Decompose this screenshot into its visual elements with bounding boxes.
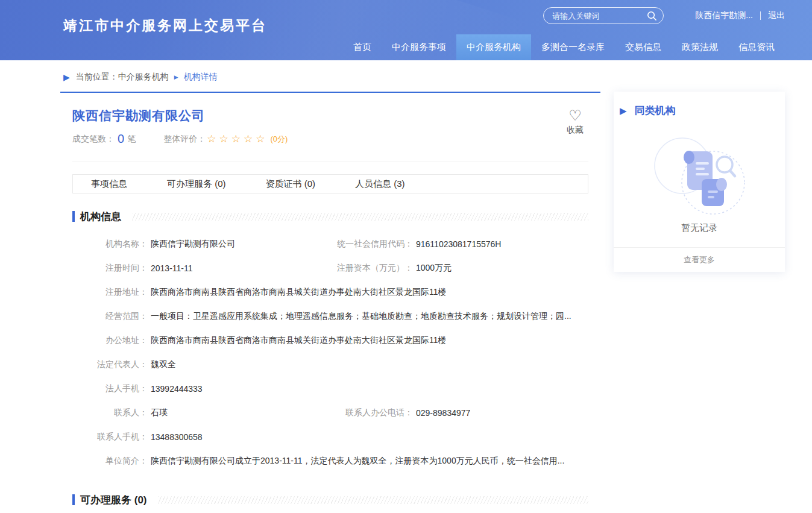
breadcrumb-arrow-icon: ▶ bbox=[63, 72, 70, 82]
field-label: 经营范围： bbox=[72, 311, 148, 322]
info-row: 注册地址： 陕西商洛市商南县陕西省商洛市商南县城关街道办事处南大街社区景龙国际1… bbox=[72, 280, 588, 304]
section-hatch-decoration bbox=[132, 213, 588, 221]
field-value: 一般项目：卫星遥感应用系统集成；地理遥感信息服务；基础地质勘查；地质勘查技术服务… bbox=[151, 311, 571, 322]
section-header-org-info: 机构信息 bbox=[72, 210, 588, 222]
breadcrumb: ▶ 当前位置： 中介服务机构 ▶ 机构详情 bbox=[63, 69, 812, 86]
field-value: 魏双全 bbox=[151, 359, 176, 370]
sidebar-title: 同类机构 bbox=[635, 104, 676, 118]
rating-block: 整体评价： ☆☆☆☆☆ (0分) bbox=[163, 133, 288, 145]
nav-item-service-items[interactable]: 中介服务事项 bbox=[382, 34, 456, 60]
nav-item-service-orgs[interactable]: 中介服务机构 bbox=[456, 34, 531, 60]
arrow-right-icon: ▶ bbox=[620, 105, 627, 116]
nav-item-news[interactable]: 信息资讯 bbox=[728, 34, 785, 60]
search-icon[interactable] bbox=[647, 11, 657, 21]
deals-count: 0 bbox=[118, 132, 124, 146]
field-reg-capital: 注册资本（万元）： 1000万元 bbox=[326, 263, 452, 274]
empty-state-text: 暂无记录 bbox=[614, 222, 785, 247]
field-label: 办公地址： bbox=[72, 335, 148, 346]
org-name-title: 陕西信宇勘测有限公司 bbox=[72, 107, 588, 124]
org-detail-card: 陕西信宇勘测有限公司 成交笔数： 0 笔 整体评价： ☆☆☆☆☆ (0分) ♡ … bbox=[60, 92, 600, 513]
similar-orgs-card: ▶ 同类机构 暂无记录 查看更多 bbox=[614, 92, 785, 272]
field-label: 机构名称： bbox=[72, 239, 148, 250]
field-contact-tel: 联系人办公电话： 029-89834977 bbox=[326, 408, 470, 418]
field-profile: 单位简介： 陕西信宇勘测有限公司成立于2013-11-11，法定代表人为魏双全，… bbox=[72, 456, 564, 467]
section-title: 机构信息 bbox=[80, 210, 121, 224]
sidebar-header: ▶ 同类机构 bbox=[614, 104, 785, 118]
field-value: 石瑛 bbox=[151, 408, 168, 418]
section-accent-bar bbox=[72, 211, 75, 222]
section-title: 可办理服务 (0) bbox=[80, 493, 147, 507]
rating-stars: ☆☆☆☆☆ bbox=[207, 133, 268, 145]
tab-services[interactable]: 可办理服务 (0) bbox=[167, 178, 226, 190]
field-value: 陕西信宇勘测有限公司成立于2013-11-11，法定代表人为魏双全，注册资本为1… bbox=[151, 456, 564, 467]
field-label: 注册地址： bbox=[72, 287, 148, 298]
user-divider bbox=[760, 11, 761, 20]
field-credit-code: 统一社会信用代码： 91611023081715576H bbox=[326, 239, 501, 250]
field-label: 单位简介： bbox=[72, 456, 148, 467]
info-row: 单位简介： 陕西信宇勘测有限公司成立于2013-11-11，法定代表人为魏双全，… bbox=[72, 449, 588, 473]
field-label: 注册资本（万元）： bbox=[326, 263, 413, 274]
field-reg-date: 注册时间： 2013-11-11 bbox=[72, 263, 326, 274]
tab-certificates[interactable]: 资质证书 (0) bbox=[266, 178, 316, 190]
org-info-list: 机构名称： 陕西信宇勘测有限公司 统一社会信用代码： 9161102308171… bbox=[72, 232, 588, 473]
field-contact: 联系人： 石瑛 bbox=[72, 408, 326, 418]
field-label: 统一社会信用代码： bbox=[326, 239, 413, 250]
logout-link[interactable]: 退出 bbox=[768, 10, 785, 21]
field-value: 2013-11-11 bbox=[151, 263, 193, 273]
search-box[interactable] bbox=[543, 7, 664, 24]
main-content: 陕西信宇勘测有限公司 成交笔数： 0 笔 整体评价： ☆☆☆☆☆ (0分) ♡ … bbox=[60, 92, 785, 513]
deals-label: 成交笔数： bbox=[72, 134, 115, 145]
star-icon: ☆ bbox=[256, 133, 268, 145]
field-org-name: 机构名称： 陕西信宇勘测有限公司 bbox=[72, 239, 326, 250]
info-row: 联系人： 石瑛 联系人办公电话： 029-89834977 bbox=[72, 401, 588, 425]
field-label: 联系人办公电话： bbox=[326, 408, 413, 418]
field-label: 联系人： bbox=[72, 408, 148, 418]
section-header-services: 可办理服务 (0) bbox=[72, 494, 588, 506]
tab-personnel[interactable]: 人员信息 (3) bbox=[355, 178, 405, 190]
field-value: 陕西商洛市商南县陕西省商洛市商南县城关街道办事处南大街社区景龙国际11楼 bbox=[151, 335, 447, 346]
user-name[interactable]: 陕西信宇勘测... bbox=[695, 10, 753, 21]
field-label: 法人手机： bbox=[72, 383, 148, 394]
field-reg-address: 注册地址： 陕西商洛市商南县陕西省商洛市商南县城关街道办事处南大街社区景龙国际1… bbox=[72, 287, 447, 298]
org-stats-row: 成交笔数： 0 笔 整体评价： ☆☆☆☆☆ (0分) bbox=[72, 132, 588, 146]
rating-label: 整体评价： bbox=[163, 134, 206, 145]
tab-item-info[interactable]: 事项信息 bbox=[91, 178, 127, 190]
nav-item-transactions[interactable]: 交易信息 bbox=[615, 34, 672, 60]
info-row: 法人手机： 13992444333 bbox=[72, 377, 588, 401]
nav-item-survey-catalog[interactable]: 多测合一名录库 bbox=[531, 34, 615, 60]
star-icon: ☆ bbox=[219, 133, 231, 145]
deals-unit: 笔 bbox=[127, 134, 136, 145]
breadcrumb-prefix: 当前位置： bbox=[76, 72, 118, 83]
header-right: 陕西信宇勘测... 退出 bbox=[543, 7, 785, 24]
heart-icon[interactable]: ♡ bbox=[567, 109, 584, 123]
favorite-label[interactable]: 收藏 bbox=[567, 125, 584, 136]
divider bbox=[72, 162, 588, 162]
nav-item-policies[interactable]: 政策法规 bbox=[672, 34, 728, 60]
user-box: 陕西信宇勘测... 退出 bbox=[695, 10, 785, 21]
rating-score: (0分) bbox=[270, 134, 288, 145]
section-accent-bar bbox=[72, 494, 75, 505]
search-input[interactable] bbox=[552, 11, 647, 20]
view-more-link[interactable]: 查看更多 bbox=[614, 247, 785, 272]
main-nav: 首页 中介服务事项 中介服务机构 多测合一名录库 交易信息 政策法规 信息资讯 bbox=[343, 34, 785, 60]
field-business-scope: 经营范围： 一般项目：卫星遥感应用系统集成；地理遥感信息服务；基础地质勘查；地质… bbox=[72, 311, 571, 322]
field-office-address: 办公地址： 陕西商洛市商南县陕西省商洛市商南县城关街道办事处南大街社区景龙国际1… bbox=[72, 335, 447, 346]
info-row: 经营范围： 一般项目：卫星遥感应用系统集成；地理遥感信息服务；基础地质勘查；地质… bbox=[72, 304, 588, 329]
breadcrumb-parent[interactable]: 中介服务机构 bbox=[118, 72, 169, 83]
field-contact-phone: 联系人手机： 13488300658 bbox=[72, 432, 203, 442]
site-title: 靖江市中介服务网上交易平台 bbox=[63, 16, 267, 35]
breadcrumb-current: 机构详情 bbox=[184, 72, 218, 83]
info-row: 联系人手机： 13488300658 bbox=[72, 425, 588, 449]
field-value: 029-89834977 bbox=[416, 408, 470, 418]
star-icon: ☆ bbox=[207, 133, 219, 145]
star-icon: ☆ bbox=[244, 133, 256, 145]
nav-item-home[interactable]: 首页 bbox=[343, 34, 382, 60]
info-row: 办公地址： 陕西商洛市商南县陕西省商洛市商南县城关街道办事处南大街社区景龙国际1… bbox=[72, 329, 588, 353]
field-value: 陕西信宇勘测有限公司 bbox=[151, 239, 235, 250]
chevron-right-icon: ▶ bbox=[174, 74, 178, 80]
field-legal-rep: 法定代表人： 魏双全 bbox=[72, 359, 176, 370]
info-row: 法定代表人： 魏双全 bbox=[72, 353, 588, 377]
field-value: 13992444333 bbox=[151, 384, 203, 394]
field-label: 注册时间： bbox=[72, 263, 148, 274]
favorite-button[interactable]: ♡ 收藏 bbox=[567, 109, 584, 136]
